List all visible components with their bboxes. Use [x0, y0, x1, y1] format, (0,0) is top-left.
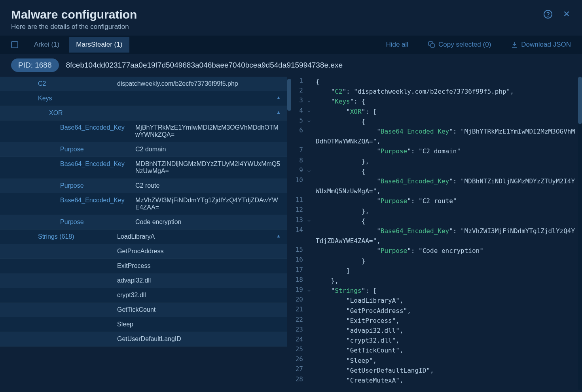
fold-spacer — [305, 226, 313, 246]
fold-down-icon[interactable] — [305, 107, 313, 117]
select-all-checkbox[interactable] — [11, 41, 18, 48]
line-number: 16 — [290, 256, 305, 266]
tree-key: Base64_Encoded_Key — [60, 160, 135, 168]
tree-row-strings[interactable]: Strings (618) LoadLibraryA ▲ — [0, 230, 287, 244]
tree-row[interactable]: PurposeC2 route — [0, 179, 287, 193]
code-line: "advapi32.dll", — [316, 326, 578, 335]
hide-all-label: Hide all — [386, 41, 408, 49]
fold-down-icon[interactable] — [305, 166, 313, 176]
right-scrollbar[interactable] — [578, 77, 582, 390]
download-json-button[interactable]: Download JSON — [511, 41, 571, 49]
tree-value: LoadLibraryA — [117, 233, 276, 240]
tree-key: Base64_Encoded_Key — [60, 124, 135, 131]
tree-key: Purpose — [60, 182, 135, 189]
tree-row[interactable]: GetTickCount — [0, 303, 287, 317]
code-line: "ExitProcess", — [316, 316, 578, 326]
tree-row[interactable]: advapi32.dll — [0, 273, 287, 288]
tree-value: MjBhYTRkMzE1YmIwMDI2MzM3OGVhMDdhOTMwYWNk… — [135, 124, 281, 138]
line-number: 6 — [290, 126, 305, 146]
close-icon[interactable] — [562, 9, 571, 21]
tree-value: C2 route — [135, 182, 281, 189]
copy-icon — [428, 41, 435, 48]
fold-down-icon[interactable] — [305, 216, 313, 226]
collapse-up-icon[interactable]: ▲ — [276, 109, 281, 115]
tree-row[interactable]: PurposeCode encryption — [0, 215, 287, 230]
tree-key: C2 — [38, 80, 117, 87]
tree-row[interactable]: Base64_Encoded_KeyMzVhZWI3MjFiNDdmYTg1Zj… — [0, 193, 287, 215]
tree-key: Purpose — [60, 146, 135, 153]
code-line: "Purpose": "C2 domain" — [316, 146, 578, 156]
line-number: 8 — [290, 156, 305, 166]
fold-spacer — [305, 375, 313, 385]
copy-selected-button[interactable]: Copy selected (0) — [428, 41, 491, 49]
code-line: "Strings": [ — [316, 286, 578, 296]
fold-spacer — [305, 365, 313, 375]
fold-spacer — [305, 206, 313, 216]
tab-marsstealer[interactable]: MarsStealer (1) — [69, 37, 129, 53]
code-line: { — [316, 166, 578, 176]
code-line: }, — [316, 276, 578, 286]
line-number: 2 — [290, 87, 305, 96]
fold-spacer — [305, 126, 313, 146]
line-number: 25 — [290, 345, 305, 355]
line-number: 5 — [290, 117, 305, 126]
code-line: "crypt32.dll", — [316, 335, 578, 345]
hide-all-button[interactable]: Hide all — [386, 41, 408, 49]
copy-selected-label: Copy selected (0) — [438, 41, 491, 49]
tree-key: Purpose — [60, 219, 135, 226]
fold-spacer — [305, 355, 313, 365]
line-number: 18 — [290, 276, 305, 286]
tree-value: GetProcAddress — [117, 248, 281, 255]
tree-row[interactable]: Sleep — [0, 317, 287, 332]
line-number: 1 — [290, 77, 305, 87]
tree-row[interactable]: crypt32.dll — [0, 288, 287, 303]
line-number: 21 — [290, 305, 305, 315]
fold-spacer — [305, 345, 313, 355]
tree-value: Code encryption — [135, 219, 281, 226]
line-number: 3 — [290, 96, 305, 106]
tabs-bar: Arkei (1) MarsStealer (1) Hide all Copy … — [0, 36, 582, 54]
svg-rect-2 — [431, 44, 434, 47]
pid-badge: PID: 1688 — [11, 58, 59, 72]
code-line: "Base64_Encoded_Key": "MDBhNTZiNDljNGMzM… — [316, 176, 578, 196]
svg-point-1 — [548, 16, 548, 17]
fold-spacer — [305, 305, 313, 315]
left-scrollbar[interactable] — [287, 79, 290, 392]
code-line: "GetUserDefaultLangID", — [316, 366, 578, 375]
tree-row[interactable]: Base64_Encoded_KeyMDBhNTZiNDljNGMzMDYzZT… — [0, 157, 287, 179]
tab-arkei[interactable]: Arkei (1) — [27, 37, 66, 53]
help-icon[interactable] — [543, 9, 553, 21]
tree-row-c2[interactable]: C2 dispatchweekly.com/b2ecfe73736f99f5.p… — [0, 77, 287, 91]
line-number: 13 — [290, 216, 305, 226]
fold-spacer — [305, 176, 313, 196]
tree-row-keys[interactable]: Keys ▲ — [0, 91, 287, 106]
code-line: "CreateMutexA", — [316, 375, 578, 385]
code-area[interactable]: { "C2": "dispatchweekly.com/b2ecfe73736f… — [313, 77, 578, 390]
collapse-up-icon[interactable]: ▲ — [276, 233, 281, 239]
tree-row[interactable]: GetUserDefaultLangID — [0, 332, 287, 347]
tree-row[interactable]: GetProcAddress — [0, 244, 287, 259]
fold-down-icon[interactable] — [305, 96, 313, 106]
collapse-up-icon[interactable]: ▲ — [276, 95, 281, 100]
code-line: { — [316, 77, 578, 87]
tree-row[interactable]: Base64_Encoded_KeyMjBhYTRkMzE1YmIwMDI2Mz… — [0, 121, 287, 142]
code-line: "Sleep", — [316, 356, 578, 366]
fold-spacer — [305, 316, 313, 326]
line-number: 7 — [290, 146, 305, 156]
download-json-label: Download JSON — [521, 41, 571, 49]
fold-spacer — [305, 296, 313, 305]
process-hash: 8fceb104dd023177aa0e19f7d5049683a046baee… — [66, 61, 343, 70]
tree-row-xor[interactable]: XOR ▲ — [0, 106, 287, 121]
line-number: 4 — [290, 107, 305, 117]
tree-key: Strings (618) — [38, 233, 117, 240]
code-line: "Purpose": "C2 route" — [316, 196, 578, 206]
tree-row[interactable]: PurposeC2 domain — [0, 142, 287, 157]
fold-down-icon[interactable] — [305, 286, 313, 296]
line-number: 11 — [290, 196, 305, 206]
tree-row[interactable]: ExitProcess — [0, 259, 287, 273]
code-line: "Base64_Encoded_Key": "MzVhZWI3MjFiNDdmY… — [316, 226, 578, 246]
fold-down-icon[interactable] — [305, 117, 313, 126]
line-number: 23 — [290, 326, 305, 335]
fold-spacer — [305, 156, 313, 166]
line-number: 24 — [290, 335, 305, 345]
